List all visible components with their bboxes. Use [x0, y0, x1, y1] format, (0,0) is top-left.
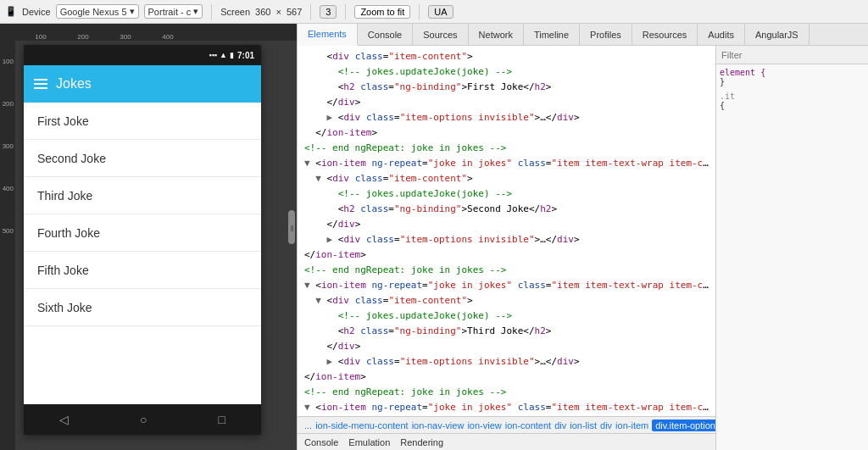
tab-profiles[interactable]: Profiles — [580, 24, 632, 45]
tab-resources-label: Resources — [643, 30, 687, 40]
joke-item-5[interactable]: Fifth Joke — [24, 252, 261, 289]
code-line[interactable]: <!-- end ngRepeat: joke in jokes --> — [298, 385, 715, 400]
code-line[interactable]: <!-- jokes.updateJoke(joke) --> — [298, 186, 715, 202]
signal-icon: ▪▪▪ — [209, 51, 217, 59]
tab-audits[interactable]: Audits — [698, 24, 745, 45]
styles-filter-input[interactable] — [721, 50, 863, 60]
joke-item-1[interactable]: First Joke — [24, 103, 261, 140]
styles-rule-brace: { — [720, 101, 865, 110]
phone-nav-bar: ◁ ○ □ — [24, 404, 261, 435]
breadcrumb-ion-content[interactable]: ion-content — [505, 420, 551, 431]
tab-rendering-bottom[interactable]: Rendering — [400, 437, 443, 447]
code-line[interactable]: <!-- end ngRepeat: joke in jokes --> — [298, 141, 715, 156]
code-line[interactable]: ▼ <ion-item ng-repeat="joke in jokes" cl… — [298, 400, 715, 415]
code-line[interactable]: ▶ <div class="item-options invisible">…<… — [298, 354, 715, 369]
code-line[interactable]: </ion-item> — [298, 125, 715, 141]
code-line[interactable]: <!-- end ngRepeat: joke in jokes --> — [298, 263, 715, 278]
tab-resources[interactable]: Resources — [632, 24, 698, 45]
orientation-selector[interactable]: Portrait - c ▾ — [144, 4, 203, 19]
code-line[interactable]: <!-- jokes.updateJoke(joke) --> — [298, 64, 715, 80]
ruler-mark-100: 100 — [35, 33, 46, 41]
joke-item-4[interactable]: Fourth Joke — [24, 214, 261, 252]
device-selector[interactable]: Google Nexus 5 ▾ — [56, 4, 139, 19]
tab-elements-label: Elements — [308, 29, 347, 39]
breadcrumb-ion-view[interactable]: ion-view — [467, 420, 501, 431]
screen-label: Screen — [220, 7, 250, 17]
tab-console[interactable]: Console — [358, 24, 413, 45]
joke-item-2[interactable]: Second Joke — [24, 140, 261, 177]
styles-sidebar: element { } .it { — [715, 46, 868, 450]
joke-list[interactable]: First Joke Second Joke Third Joke Fourth… — [24, 103, 261, 404]
code-line[interactable]: <!-- jokes.updateJoke(joke) --> — [298, 308, 715, 324]
battery-icon: ▮ — [230, 51, 234, 59]
code-area[interactable]: <div class="item-content"> <!-- jokes.up… — [298, 46, 715, 416]
hamburger-line-1 — [34, 79, 47, 81]
code-line[interactable]: ▶ <div class="item-options invisible">…<… — [298, 110, 715, 125]
separator — [211, 4, 212, 19]
resize-handle[interactable] — [288, 210, 295, 244]
styles-filter — [716, 46, 868, 64]
breadcrumb-ion-side-menu-content[interactable]: ion-side-menu-content — [315, 420, 408, 431]
tab-emulation-bottom[interactable]: Emulation — [348, 437, 390, 447]
hamburger-menu-icon[interactable] — [34, 79, 47, 89]
breadcrumb-ion-list[interactable]: ion-list — [570, 420, 597, 431]
device-viewport: 100 200 300 400 500 ▪▪▪ ▲ ▮ 7:01 — [0, 41, 297, 450]
code-line[interactable]: ▶ <div class="item-options invisible">…<… — [298, 232, 715, 247]
chevron-down-icon: ▾ — [193, 6, 198, 17]
tab-angularjs[interactable]: AngularJS — [745, 24, 810, 45]
status-icons: ▪▪▪ ▲ ▮ — [209, 51, 234, 59]
home-button[interactable]: ○ — [130, 409, 157, 430]
tab-timeline[interactable]: Timeline — [524, 24, 580, 45]
devtools-panel: Elements Console Sources Network Timelin… — [297, 24, 868, 450]
code-line[interactable]: ▼ <ion-item ng-repeat="joke in jokes" cl… — [298, 278, 715, 293]
tab-console-bottom[interactable]: Console — [304, 437, 338, 447]
breadcrumb-ion-item[interactable]: ion-item — [615, 420, 648, 431]
responsive-button[interactable]: 3 — [320, 5, 337, 19]
ruler-vertical: 100 200 300 400 500 — [0, 41, 15, 450]
zoom-to-fit-button[interactable]: Zoom to fit — [354, 5, 410, 19]
breadcrumb-ellipsis[interactable]: ... — [304, 420, 312, 431]
code-line[interactable]: ▼ <div class="item-content"> — [298, 293, 715, 308]
joke-label-3: Third Joke — [37, 189, 92, 203]
separator2 — [310, 4, 311, 19]
vmark-500: 500 — [0, 227, 15, 235]
device-label: Device — [22, 7, 51, 17]
tab-audits-label: Audits — [708, 30, 734, 40]
hamburger-line-3 — [34, 87, 47, 89]
tab-sources[interactable]: Sources — [413, 24, 468, 45]
tab-elements[interactable]: Elements — [298, 24, 358, 46]
ua-button[interactable]: UA — [428, 5, 453, 19]
code-line[interactable]: </div> — [298, 339, 715, 354]
code-line[interactable]: <h2 class="ng-binding">Second Joke</h2> — [298, 202, 715, 217]
code-line[interactable]: </div> — [298, 217, 715, 232]
code-line[interactable]: </div> — [298, 95, 715, 110]
tab-network[interactable]: Network — [469, 24, 524, 45]
device-panel: 100 200 300 400 100 200 300 400 500 — [0, 24, 297, 450]
code-line[interactable]: </ion-item> — [298, 247, 715, 263]
breadcrumb-div2[interactable]: div — [600, 420, 612, 431]
code-line[interactable]: <div class="item-content"> — [298, 49, 715, 64]
breadcrumb-active[interactable]: div.item-options.invisible — [652, 419, 715, 431]
main-content: 100 200 300 400 100 200 300 400 500 — [0, 24, 868, 450]
breadcrumb-ion-nav-view[interactable]: ion-nav-view — [412, 420, 465, 431]
devtools-tabs: Elements Console Sources Network Timelin… — [298, 24, 868, 46]
tab-console-label: Console — [368, 30, 402, 40]
breadcrumb-bar: ... ion-side-menu-content ion-nav-view i… — [298, 416, 715, 433]
code-line[interactable]: ▼ <div class="item-content"> — [298, 171, 715, 186]
recents-button[interactable]: □ — [209, 409, 236, 430]
app-title: Jokes — [56, 76, 92, 92]
code-line[interactable]: ▼ <ion-item ng-repeat="joke in jokes" cl… — [298, 156, 715, 171]
code-line[interactable]: <h2 class="ng-binding">Third Joke</h2> — [298, 324, 715, 339]
styles-rule-element: element { — [720, 68, 865, 77]
joke-label-5: Fifth Joke — [37, 264, 89, 277]
code-line[interactable]: </ion-item> — [298, 369, 715, 385]
code-line[interactable]: <h2 class="ng-binding">First Joke</h2> — [298, 80, 715, 95]
joke-item-6[interactable]: Sixth Joke — [24, 289, 261, 326]
tab-angularjs-label: AngularJS — [755, 30, 798, 40]
breadcrumb-div[interactable]: div — [554, 420, 566, 431]
bottom-tabs: Console Emulation Rendering — [298, 433, 715, 450]
top-toolbar: 📱 Device Google Nexus 5 ▾ Portrait - c ▾… — [0, 0, 868, 24]
back-button[interactable]: ◁ — [49, 409, 79, 430]
joke-label-4: Fourth Joke — [37, 226, 100, 240]
joke-item-3[interactable]: Third Joke — [24, 177, 261, 214]
